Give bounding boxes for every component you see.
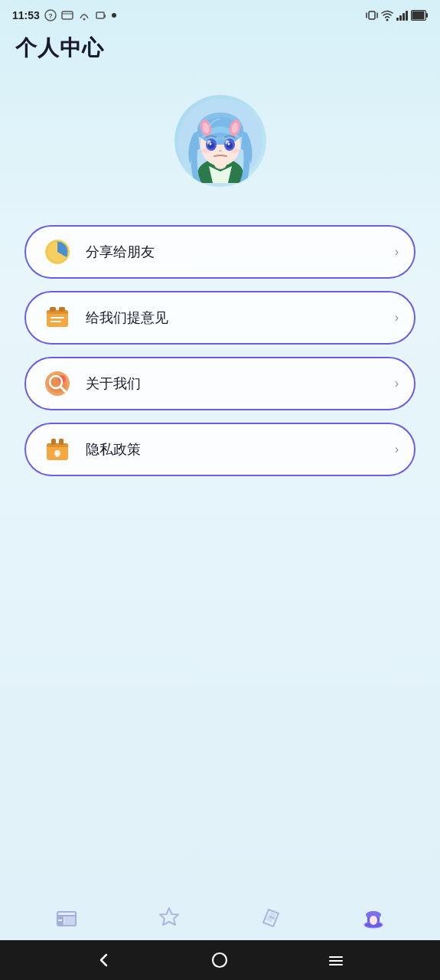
feedback-label: 给我们提意见 xyxy=(86,309,395,327)
svg-point-31 xyxy=(227,143,230,145)
status-right-icons xyxy=(366,9,428,21)
nav-item-home[interactable] xyxy=(53,903,80,931)
svg-point-4 xyxy=(83,18,85,21)
vibrate-icon xyxy=(366,9,378,21)
page-header: 个人中心 xyxy=(0,28,440,72)
svg-rect-49 xyxy=(47,443,68,447)
feedback-arrow: › xyxy=(395,311,399,325)
nav-star-icon xyxy=(155,903,183,931)
avatar-image xyxy=(178,99,262,183)
recents-button[interactable] xyxy=(328,952,344,969)
svg-point-30 xyxy=(209,143,211,145)
about-arrow: › xyxy=(395,377,399,390)
menu-item-about[interactable]: 关于我们 › xyxy=(24,357,416,410)
about-icon xyxy=(41,368,73,400)
menu-item-privacy[interactable]: 隐私政策 › xyxy=(24,423,416,476)
share-arrow: › xyxy=(395,245,399,259)
svg-rect-51 xyxy=(59,439,64,445)
share-icon xyxy=(41,236,73,268)
svg-rect-2 xyxy=(62,11,73,19)
svg-rect-40 xyxy=(59,307,65,312)
notification-icon-4 xyxy=(95,9,107,21)
svg-rect-39 xyxy=(50,307,56,312)
menu-section: 分享给朋友 › 给我们提意见 › xyxy=(0,225,440,476)
menu-item-feedback[interactable]: 给我们提意见 › xyxy=(24,291,416,345)
svg-rect-5 xyxy=(96,12,104,18)
svg-point-32 xyxy=(219,150,222,152)
nav-profile-icon xyxy=(360,903,387,931)
about-label: 关于我们 xyxy=(86,374,395,393)
privacy-icon xyxy=(41,433,73,466)
bottom-nav xyxy=(0,894,440,940)
svg-point-10 xyxy=(386,19,389,21)
svg-point-67 xyxy=(213,953,227,967)
status-time: 11:53 ? xyxy=(12,9,116,21)
svg-rect-50 xyxy=(51,439,56,445)
nav-item-star[interactable] xyxy=(155,903,183,931)
menu-item-share[interactable]: 分享给朋友 › xyxy=(24,225,416,279)
svg-rect-57 xyxy=(58,916,62,920)
svg-rect-13 xyxy=(412,11,425,20)
page-title: 个人中心 xyxy=(15,34,425,63)
android-nav-bar xyxy=(0,940,440,980)
svg-rect-59 xyxy=(64,916,75,926)
notification-icon-2 xyxy=(61,9,73,21)
svg-point-66 xyxy=(370,916,377,925)
home-button[interactable] xyxy=(211,952,228,969)
battery-icon xyxy=(411,10,428,21)
svg-point-34 xyxy=(230,149,240,153)
svg-text:?: ? xyxy=(48,12,53,20)
status-bar: 11:53 ? xyxy=(0,0,440,28)
nav-item-profile[interactable] xyxy=(360,903,387,931)
svg-rect-53 xyxy=(56,453,59,457)
svg-point-33 xyxy=(201,149,210,153)
svg-rect-12 xyxy=(426,13,428,18)
notification-icon-1: ? xyxy=(44,9,57,21)
avatar-section xyxy=(0,72,440,225)
nav-home-icon xyxy=(53,903,80,931)
nav-card-icon xyxy=(257,903,285,931)
time-display: 11:53 xyxy=(12,9,40,21)
svg-rect-58 xyxy=(58,921,62,925)
privacy-arrow: › xyxy=(395,443,399,456)
dot-indicator xyxy=(112,13,116,18)
feedback-icon xyxy=(41,302,73,334)
nav-item-card[interactable] xyxy=(257,903,285,931)
notification-icon-3 xyxy=(78,9,90,21)
svg-rect-6 xyxy=(104,15,106,18)
wifi-icon xyxy=(381,9,393,21)
privacy-label: 隐私政策 xyxy=(86,440,395,459)
svg-rect-7 xyxy=(369,11,375,19)
signal-icon xyxy=(396,10,408,21)
share-label: 分享给朋友 xyxy=(86,243,395,261)
svg-marker-60 xyxy=(160,908,178,925)
back-button[interactable] xyxy=(96,952,112,969)
avatar[interactable] xyxy=(174,95,266,187)
